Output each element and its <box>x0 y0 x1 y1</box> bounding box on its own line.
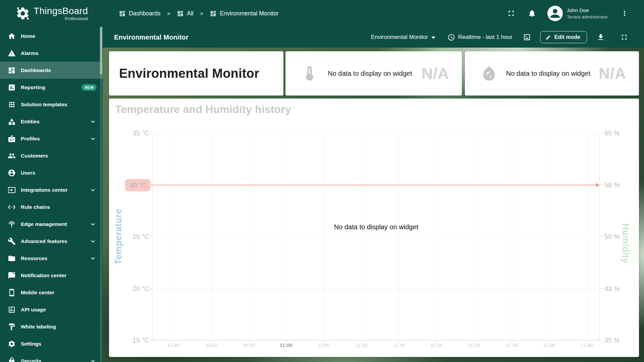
tools-icon <box>8 237 16 245</box>
sidebar-item-entities[interactable]: Entities <box>0 113 103 130</box>
fullscreen-icon <box>620 33 628 41</box>
timewindow-value: Realtime - last 1 hour <box>458 34 513 41</box>
temperature-value-widget: No data to display on widget N/A <box>285 51 462 96</box>
apps-icon <box>8 101 16 109</box>
no-data-message: No data to display on widget <box>318 70 422 77</box>
sidebar-item-mobile-center[interactable]: Mobile center <box>0 284 103 301</box>
x-axis-tick: 11:00 <box>273 342 300 348</box>
thingsboard-logo-icon <box>15 6 30 21</box>
breadcrumb-item-dashboards[interactable]: Dashboards <box>119 10 160 17</box>
x-axis-tick: 11:20 <box>423 342 450 348</box>
threshold-arrow-icon <box>596 183 600 187</box>
chevron-down-icon <box>89 186 97 194</box>
dashboard-fullscreen-button[interactable] <box>618 31 631 44</box>
sidebar-item-label: Solution templates <box>21 102 67 108</box>
sidebar: HomeAlarmsDashboardsReportingNEWSolution… <box>0 27 103 362</box>
notification-icon <box>8 272 16 280</box>
sidebar-item-integrations-center[interactable]: Integrations center <box>0 181 103 198</box>
sidebar-item-resources[interactable]: Resources <box>0 250 103 267</box>
user-info[interactable]: John Doe Tenant administrator <box>567 7 608 20</box>
sidebar-item-edge-management[interactable]: Edge management <box>0 216 103 233</box>
sidebar-item-label: Integrations center <box>21 187 68 193</box>
sidebar-item-alarms[interactable]: Alarms <box>0 45 103 62</box>
sidebar-item-security[interactable]: Security <box>0 352 103 362</box>
sidebar-item-dashboards[interactable]: Dashboards <box>0 62 103 79</box>
sidebar-item-home[interactable]: Home <box>0 27 103 45</box>
sidebar-item-settings[interactable]: Settings <box>0 335 103 352</box>
integration-icon <box>8 186 16 194</box>
na-value: N/A <box>599 64 626 82</box>
sidebar-item-label: Alarms <box>21 50 39 56</box>
threshold-line <box>150 185 596 185</box>
sidebar-item-solution-templates[interactable]: Solution templates <box>0 96 103 113</box>
notifications-button[interactable] <box>525 7 539 20</box>
avatar[interactable] <box>547 6 563 21</box>
report-icon <box>8 83 16 92</box>
sidebar-item-label: Entities <box>21 119 40 125</box>
sidebar-item-label: Rule chains <box>21 204 50 210</box>
warning-icon <box>8 49 16 57</box>
sidebar-item-notification-center[interactable]: Notification center <box>0 267 103 284</box>
fullscreen-button[interactable] <box>504 7 518 20</box>
sidebar-item-advanced-features[interactable]: Advanced features <box>0 233 103 250</box>
y-axis-tick-right: 50 % <box>604 232 641 241</box>
sidebar-item-label: Settings <box>21 341 41 347</box>
download-icon <box>597 33 605 41</box>
chevron-down-icon <box>89 221 97 228</box>
sidebar-item-reporting[interactable]: ReportingNEW <box>0 79 103 96</box>
dashboard-icon <box>119 10 126 17</box>
lock-icon <box>8 357 16 362</box>
more-menu-button[interactable] <box>618 7 631 20</box>
sidebar-item-white-labeling[interactable]: White labeling <box>0 318 103 335</box>
y-axis-tick-left: 20 °C <box>116 284 149 293</box>
sidebar-scrollbar-thumb[interactable] <box>100 27 102 74</box>
sidebar-item-rule-chains[interactable]: Rule chains <box>0 198 103 216</box>
dashboard-image-button[interactable] <box>521 31 533 44</box>
sidebar-item-label: Resources <box>21 255 47 261</box>
humidity-icon <box>480 64 498 83</box>
sidebar-item-label: White labeling <box>21 324 56 330</box>
x-axis-tick: 10:50 <box>198 342 224 348</box>
sidebar-item-label: Edge management <box>21 221 67 227</box>
pencil-icon <box>545 35 551 40</box>
edit-mode-button[interactable]: Edit mode <box>540 31 587 43</box>
chevron-down-icon <box>89 118 97 125</box>
bell-icon <box>528 9 536 18</box>
humidity-axis-label: Humidity <box>619 186 631 300</box>
chevron-down-icon <box>89 255 97 262</box>
user-role: Tenant administrator <box>567 14 608 20</box>
dashboard-select[interactable]: Environmental Monitor <box>371 34 435 41</box>
chevron-down-icon <box>431 37 435 39</box>
sidebar-item-profiles[interactable]: Profiles <box>0 130 103 147</box>
sidebar-item-label: Security <box>21 358 41 362</box>
breadcrumb-item-all[interactable]: All <box>177 10 193 17</box>
edit-mode-label: Edit mode <box>554 34 580 40</box>
sidebar-nav: HomeAlarmsDashboardsReportingNEWSolution… <box>0 27 103 362</box>
sidebar-item-customers[interactable]: Customers <box>0 147 103 164</box>
timewindow-button[interactable]: Realtime - last 1 hour <box>447 34 513 41</box>
sidebar-item-users[interactable]: Users <box>0 164 103 181</box>
sidebar-item-label: Reporting <box>21 84 45 90</box>
dashboard-canvas: Environmental Monitor No data to display… <box>103 48 644 362</box>
title-card-widget: Environmental Monitor <box>109 51 283 96</box>
x-axis-tick: 11:05 <box>310 342 337 348</box>
chart-title: Temperature and Humidity history <box>115 103 291 116</box>
badge-icon <box>8 135 16 143</box>
user-name: John Doe <box>567 7 608 14</box>
download-button[interactable] <box>594 31 607 44</box>
brand-edition: Professional <box>65 16 88 21</box>
y-axis-tick-left: 35 °C <box>116 128 149 138</box>
dashboard-title: Environmental Monitor <box>114 34 189 41</box>
brand-logo[interactable]: ThingsBoard Professional <box>15 6 88 21</box>
home-icon <box>8 32 16 40</box>
chart-plot <box>153 133 600 340</box>
y-axis-tick-right: 58 % <box>604 180 641 190</box>
na-value: N/A <box>422 64 449 82</box>
chevron-down-icon <box>89 357 97 362</box>
breadcrumb-item-environmental-monitor[interactable]: Environmental Monitor <box>210 10 278 17</box>
chart-icon <box>8 306 16 314</box>
sidebar-item-api-usage[interactable]: API usage <box>0 301 103 318</box>
sidebar-item-label: Notification center <box>21 273 66 279</box>
folder-icon <box>8 254 16 262</box>
top-header: ThingsBoard Professional Dashboards>All>… <box>0 0 644 27</box>
